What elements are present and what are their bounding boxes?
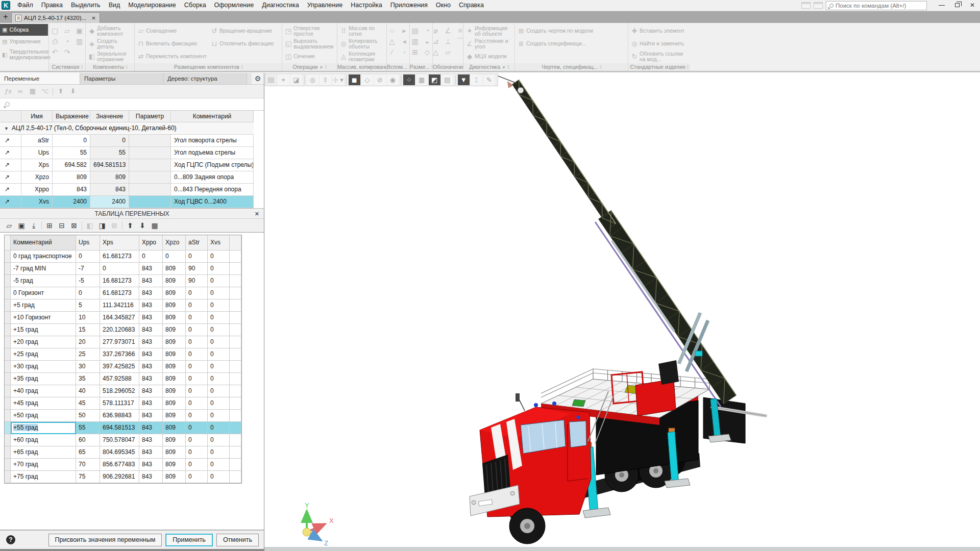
value-cell[interactable]: 809 bbox=[163, 434, 186, 446]
value-cell[interactable]: 337.267366 bbox=[100, 348, 139, 361]
comment-cell[interactable]: 0 град транспортное bbox=[11, 251, 76, 263]
value-cell[interactable]: 0 bbox=[208, 459, 230, 471]
row-gutter[interactable] bbox=[5, 275, 11, 287]
table-icon[interactable]: ▦ bbox=[27, 86, 39, 97]
link-icon[interactable]: ∞ bbox=[14, 86, 27, 97]
value-cell[interactable]: 0 bbox=[186, 422, 208, 434]
csys-icon[interactable]: ⌖ bbox=[278, 74, 289, 85]
value-cell[interactable]: 804.695345 bbox=[100, 446, 139, 459]
value-cell[interactable]: 809 bbox=[163, 410, 186, 422]
var-expression[interactable]: 55 bbox=[53, 147, 90, 159]
value-cell[interactable]: 70 bbox=[76, 459, 100, 471]
value-cell[interactable]: 809 bbox=[163, 336, 186, 348]
hidden-lines-icon[interactable]: ⊘ bbox=[374, 74, 386, 85]
snap-points-icon[interactable]: ⁘ bbox=[403, 74, 415, 85]
color-cube-icon[interactable]: ◩ bbox=[429, 74, 440, 85]
menu-Справка[interactable]: Справка bbox=[455, 0, 488, 11]
value-cell[interactable]: 809 bbox=[163, 361, 186, 373]
row-gutter[interactable] bbox=[5, 324, 11, 336]
tool-icon[interactable]: ◒ bbox=[423, 37, 432, 46]
insert-col-right-icon[interactable]: ◨ bbox=[96, 220, 108, 231]
value-cell[interactable]: 5 bbox=[76, 299, 100, 312]
ribbon-item[interactable]: ∠Расстояние и угол bbox=[464, 37, 513, 50]
ribbon-tab-Твердотельное моделирование[interactable]: ◧Твердотельное моделирование bbox=[0, 47, 48, 62]
ribbon-item[interactable]: ⠿Массив по сетке bbox=[338, 24, 385, 37]
value-cell[interactable]: 0 bbox=[186, 434, 208, 446]
value-cell[interactable]: 809 bbox=[163, 287, 186, 299]
table-row[interactable]: +20 град20277.97307184380900 bbox=[5, 336, 241, 348]
value-cell[interactable]: 809 bbox=[163, 459, 186, 471]
value-cell[interactable]: 843 bbox=[139, 385, 163, 397]
value-cell[interactable]: 457.92588 bbox=[100, 373, 139, 385]
tool-icon[interactable]: △ bbox=[431, 47, 440, 57]
column-header-Xps[interactable]: Xps bbox=[100, 235, 139, 251]
column-header-aStr[interactable]: aStr bbox=[186, 235, 208, 251]
table-row[interactable]: +75 град75906.29268184380900 bbox=[5, 471, 241, 483]
value-cell[interactable]: 809 bbox=[163, 275, 186, 287]
ribbon-item[interactable]: ◬Коллекция геометрии bbox=[338, 50, 385, 63]
value-cell[interactable]: 0 bbox=[186, 471, 208, 483]
value-cell[interactable]: -7 bbox=[76, 263, 100, 275]
comment-cell[interactable]: 0 Горизонт bbox=[11, 287, 76, 299]
value-cell[interactable]: 843 bbox=[139, 471, 163, 483]
cancel-button[interactable]: Отменить bbox=[216, 534, 259, 546]
value-cell[interactable]: 0 bbox=[186, 312, 208, 324]
tool-icon[interactable]: ◦ bbox=[400, 47, 409, 57]
value-cell[interactable]: 843 bbox=[139, 410, 163, 422]
value-cell[interactable]: 0 bbox=[208, 397, 230, 410]
value-cell[interactable]: 809 bbox=[163, 312, 186, 324]
value-cell[interactable]: 809 bbox=[163, 324, 186, 336]
value-cell[interactable]: 0 bbox=[186, 446, 208, 459]
value-cell[interactable]: 518.296052 bbox=[100, 385, 139, 397]
value-cell[interactable]: 0 bbox=[208, 361, 230, 373]
variable-row[interactable]: ↗Xps694.582694.581513Ход ГЦПС (Подъем ст… bbox=[0, 159, 254, 171]
comment-cell[interactable]: +35 град bbox=[11, 373, 76, 385]
value-cell[interactable]: 10 bbox=[76, 312, 100, 324]
toolbar-grip[interactable]: ⣿⣿ bbox=[267, 77, 274, 83]
ribbon-item[interactable]: ⊓Включить фиксацию bbox=[136, 37, 207, 50]
value-cell[interactable]: 809 bbox=[163, 348, 186, 361]
menu-Приложения[interactable]: Приложения bbox=[386, 0, 432, 11]
value-cell[interactable]: 220.120683 bbox=[100, 324, 139, 336]
app-logo-icon[interactable]: K bbox=[2, 1, 10, 10]
tool-icon[interactable]: ▥ bbox=[75, 37, 84, 46]
value-cell[interactable]: 0 bbox=[208, 275, 230, 287]
tool-icon[interactable]: ▥ bbox=[410, 37, 420, 46]
tool-icon[interactable]: ▤ bbox=[410, 26, 420, 35]
value-cell[interactable]: 61.681273 bbox=[100, 287, 139, 299]
value-cell[interactable]: 0 bbox=[208, 287, 230, 299]
value-cell[interactable]: 0 bbox=[208, 434, 230, 446]
ribbon-item[interactable]: ✚Вставить элемент bbox=[629, 24, 689, 37]
table-row[interactable]: +55 град55694.58151384380900 bbox=[5, 422, 241, 434]
row-gutter[interactable] bbox=[5, 434, 11, 446]
value-cell[interactable]: 843 bbox=[139, 299, 163, 312]
group-grip-icon[interactable]: ⁞⁞ bbox=[325, 65, 327, 70]
comment-cell[interactable]: +5 град bbox=[11, 299, 76, 312]
comment-cell[interactable]: +30 град bbox=[11, 361, 76, 373]
table-row[interactable]: +25 град25337.26736684380900 bbox=[5, 348, 241, 361]
tool-icon[interactable]: ⊞ bbox=[410, 47, 420, 57]
value-cell[interactable]: 843 bbox=[139, 336, 163, 348]
column-header-Xpzo[interactable]: Xpzo bbox=[163, 235, 186, 251]
value-cell[interactable]: 0 bbox=[208, 422, 230, 434]
value-cell[interactable]: 0 bbox=[186, 299, 208, 312]
variable-row[interactable]: ↗Xpzo8098090...809 Задняя опора bbox=[0, 171, 254, 184]
value-cell[interactable]: 164.345827 bbox=[100, 312, 139, 324]
ribbon-item[interactable]: ◆МЦХ модели bbox=[464, 50, 513, 63]
row-gutter[interactable] bbox=[5, 361, 11, 373]
table-row[interactable]: +35 град35457.9258884380900 bbox=[5, 373, 241, 385]
variables-table-close-icon[interactable]: ✕ bbox=[255, 209, 259, 219]
value-cell[interactable]: 50 bbox=[76, 410, 100, 422]
help-icon[interactable]: ? bbox=[6, 535, 15, 544]
value-cell[interactable]: 20 bbox=[76, 336, 100, 348]
value-cell[interactable]: 750.578047 bbox=[100, 434, 139, 446]
comment-cell[interactable]: +25 град bbox=[11, 348, 76, 361]
value-cell[interactable]: 277.973071 bbox=[100, 336, 139, 348]
ribbon-item[interactable]: ◱Вырезать выдавливанием bbox=[283, 37, 336, 50]
new-document-tab[interactable]: + bbox=[0, 11, 11, 23]
ribbon-item[interactable]: ◆Добавить компонент из... bbox=[87, 24, 133, 37]
panel-tab-Параметры[interactable]: Параметры bbox=[80, 73, 163, 84]
value-cell[interactable]: 65 bbox=[76, 446, 100, 459]
row-gutter[interactable] bbox=[5, 263, 11, 275]
value-cell[interactable]: 856.677483 bbox=[100, 459, 139, 471]
